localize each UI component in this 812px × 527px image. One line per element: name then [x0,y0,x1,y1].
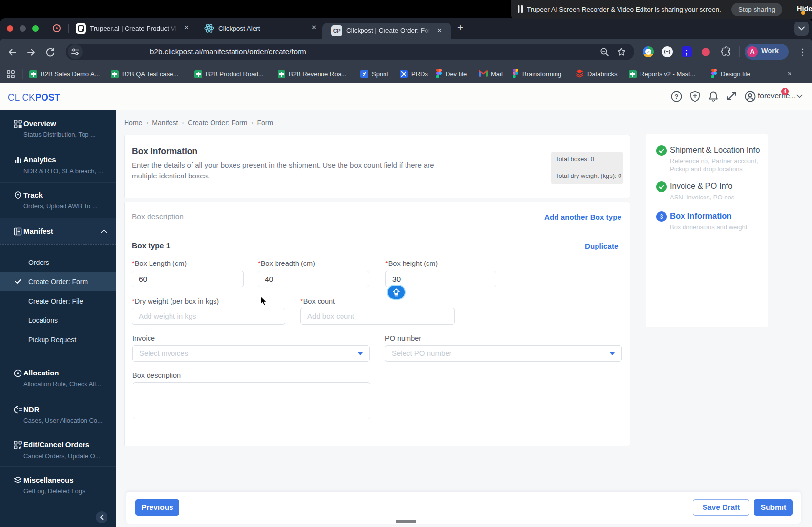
svg-text:?: ? [675,93,679,100]
